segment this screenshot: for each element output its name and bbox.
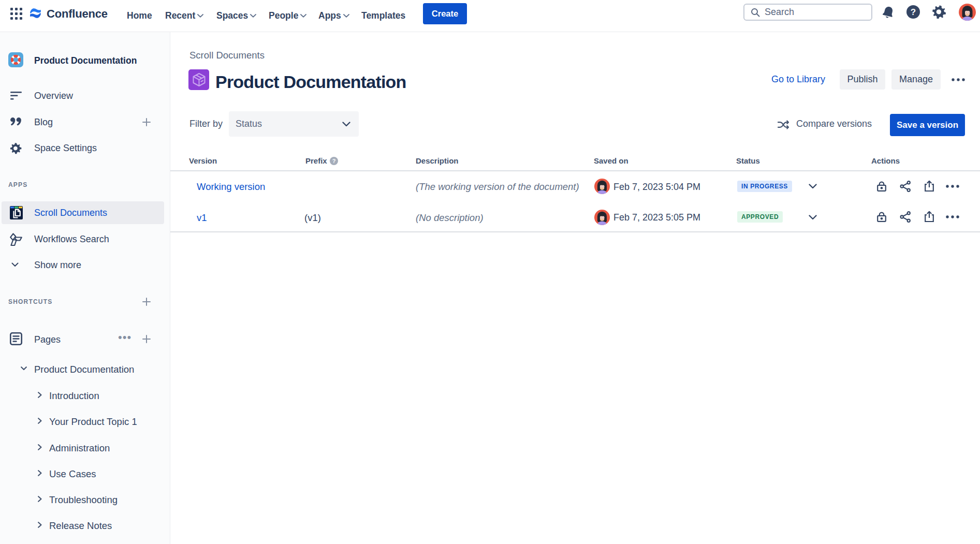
svg-text:?: ? <box>911 7 916 17</box>
svg-text:?: ? <box>332 158 336 164</box>
